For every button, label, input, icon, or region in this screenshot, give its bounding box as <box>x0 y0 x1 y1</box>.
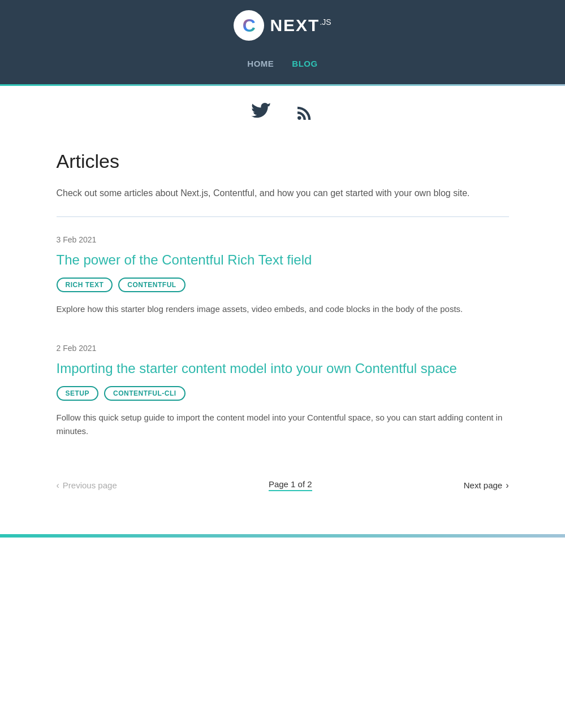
prev-page-button[interactable]: ‹ Previous page <box>57 480 117 491</box>
pagination-current: Page 1 of 2 <box>269 479 312 491</box>
prev-page-label: Previous page <box>63 480 117 490</box>
section-divider <box>57 216 509 217</box>
header-border <box>0 84 565 86</box>
contentful-logo: C <box>234 10 264 41</box>
tag-setup[interactable]: SETUP <box>57 386 99 401</box>
nextjs-logo-suffix: .JS <box>320 18 331 27</box>
contentful-logo-c: C <box>243 16 256 34</box>
nextjs-logo: NEXT.JS <box>270 16 331 35</box>
chevron-right-icon: › <box>506 480 508 491</box>
footer-bar <box>0 534 565 538</box>
pagination: ‹ Previous page Page 1 of 2 Next page › <box>57 466 509 500</box>
next-page-label: Next page <box>464 480 502 490</box>
main-nav: HOME BLOG <box>247 51 317 84</box>
page-title: Articles <box>57 150 509 172</box>
nav-blog[interactable]: BLOG <box>292 59 317 76</box>
article-date: 3 Feb 2021 <box>57 235 509 244</box>
article-date: 2 Feb 2021 <box>57 344 509 353</box>
nav-home[interactable]: HOME <box>247 59 274 76</box>
tag-contentful[interactable]: CONTENTFUL <box>118 278 185 292</box>
tag-contentful-cli[interactable]: CONTENTFUL-CLI <box>104 386 186 401</box>
main-content: Articles Check out some articles about N… <box>40 133 526 523</box>
twitter-icon[interactable] <box>251 103 271 128</box>
page-description: Check out some articles about Next.js, C… <box>57 186 509 201</box>
rss-icon[interactable] <box>294 103 314 128</box>
chevron-left-icon: ‹ <box>57 480 59 491</box>
site-header: C NEXT.JS HOME BLOG <box>0 0 565 86</box>
article-title[interactable]: The power of the Contentful Rich Text fi… <box>57 251 509 268</box>
article-tags-2: SETUP CONTENTFUL-CLI <box>57 386 509 401</box>
next-page-button[interactable]: Next page › <box>464 480 509 491</box>
logo-area: C NEXT.JS <box>234 10 331 41</box>
article-item: 3 Feb 2021 The power of the Contentful R… <box>57 235 509 317</box>
article-item: 2 Feb 2021 Importing the starter content… <box>57 344 509 439</box>
tag-rich-text[interactable]: RICH TEXT <box>57 278 113 292</box>
social-bar <box>0 86 565 133</box>
article-excerpt: Explore how this starter blog renders im… <box>57 302 509 317</box>
article-title-2[interactable]: Importing the starter content model into… <box>57 359 509 377</box>
article-tags: RICH TEXT CONTENTFUL <box>57 278 509 292</box>
article-excerpt-2: Follow this quick setup guide to import … <box>57 411 509 439</box>
